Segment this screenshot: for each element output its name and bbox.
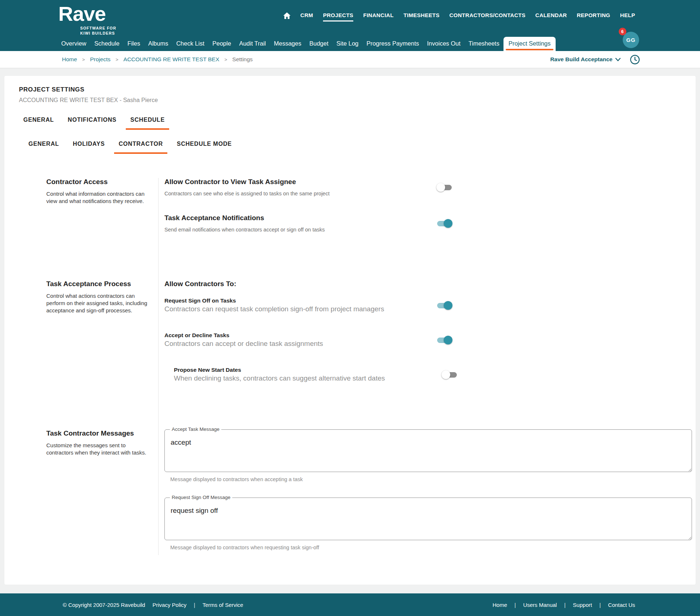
logo-wordmark: Rave [58, 4, 116, 24]
clock-icon[interactable] [630, 55, 640, 65]
subtab-contractor[interactable]: CONTRACTOR [114, 139, 167, 154]
section-title: Task Acceptance Process [46, 280, 150, 288]
page-title: PROJECT SETTINGS [19, 86, 696, 93]
tab-general[interactable]: GENERAL [19, 114, 58, 130]
page-background: PROJECT SETTINGS ACCOUNTING RE WRITE TES… [0, 68, 700, 593]
project-nav-overview[interactable]: Overview [57, 37, 90, 51]
setting-task-acceptance-notifications: Task Acceptance Notifications Send email… [164, 214, 452, 233]
breadcrumb-projects[interactable]: Projects [90, 56, 110, 63]
request-sign-off-message-helper: Message displayed to contractors when re… [170, 545, 696, 550]
section-title: Task Contractor Messages [46, 429, 150, 437]
breadcrumb-separator: > [225, 57, 228, 62]
nav-item-help[interactable]: HELP [620, 12, 635, 22]
subtab-general[interactable]: GENERAL [24, 139, 63, 154]
nav-item-timesheets[interactable]: TIMESHEETS [404, 12, 440, 22]
breadcrumb: Home > Projects > ACCOUNTING RE WRITE TE… [62, 56, 253, 63]
toggle-view-task-assignee[interactable] [436, 183, 452, 192]
tab-notifications[interactable]: NOTIFICATIONS [63, 114, 121, 130]
logo-tagline: SOFTWARE FOR KIWI BUILDERS [80, 26, 116, 36]
section-description: Control what actions contractors can per… [46, 292, 150, 314]
app-header: Rave SOFTWARE FOR KIWI BUILDERS CRM PROJ… [0, 0, 700, 51]
avatar[interactable]: GG 6 [623, 32, 639, 48]
avatar-initials: GG [626, 37, 635, 43]
nav-item-contractors-contacts[interactable]: CONTRACTORS/CONTACTS [450, 12, 526, 22]
footer-users-manual[interactable]: Users Manual [523, 602, 557, 608]
setting-description: When declining tasks, contractors can su… [174, 374, 385, 382]
project-nav-project-settings[interactable]: Project Settings [503, 37, 556, 51]
footer-divider: | [194, 602, 195, 608]
nav-item-financial[interactable]: FINANCIAL [363, 12, 394, 22]
home-icon[interactable] [283, 12, 291, 22]
toggle-accept-decline-tasks[interactable] [436, 336, 452, 344]
section-description: Control what information contractors can… [46, 190, 150, 205]
setting-title: Propose New Start Dates [174, 367, 385, 373]
toggle-task-acceptance-notifications[interactable] [436, 219, 452, 228]
setting-view-task-assignee: Allow Contractor to View Task Assignee C… [164, 178, 452, 196]
toggle-propose-new-start-dates[interactable] [442, 370, 458, 379]
project-nav-files[interactable]: Files [124, 37, 144, 51]
setting-title: Task Acceptance Notifications [164, 214, 325, 222]
nav-item-crm[interactable]: CRM [300, 12, 313, 22]
subtab-holidays[interactable]: HOLIDAYS [69, 139, 109, 154]
request-sign-off-message-field-wrap: Request Sign Off Message request sign of… [164, 498, 692, 542]
subtab-schedule-mode[interactable]: SCHEDULE MODE [172, 139, 236, 154]
section-task-acceptance-process: Task Acceptance Process Control what act… [19, 280, 696, 429]
setting-accept-decline-tasks: Accept or Decline Tasks Contractors can … [164, 332, 452, 348]
breadcrumb-current: Settings [232, 56, 253, 63]
notification-badge: 6 [619, 28, 626, 35]
setting-description: Send email notifications when contractor… [164, 227, 325, 233]
project-nav-schedule[interactable]: Schedule [90, 37, 124, 51]
app-footer: © Copyright 2007-2025 Ravebuild Privacy … [0, 593, 700, 616]
setting-propose-new-start-dates: Propose New Start Dates When declining t… [174, 367, 458, 382]
setting-title: Accept or Decline Tasks [164, 332, 323, 339]
project-nav-invoices-out[interactable]: Invoices Out [423, 37, 464, 51]
project-switcher[interactable]: Rave Build Acceptance [550, 56, 621, 63]
project-nav-albums[interactable]: Albums [144, 37, 172, 51]
section-title: Contractor Access [46, 178, 150, 186]
setting-title: Allow Contractor to View Task Assignee [164, 178, 330, 186]
request-sign-off-message-label: Request Sign Off Message [170, 495, 232, 500]
breadcrumb-home[interactable]: Home [62, 56, 77, 63]
footer-terms-of-service[interactable]: Terms of Service [202, 602, 243, 608]
request-sign-off-message-input[interactable]: request sign off [164, 498, 692, 540]
nav-item-projects[interactable]: PROJECTS [323, 12, 353, 22]
nav-item-reporting[interactable]: REPORTING [577, 12, 610, 22]
breadcrumb-separator: > [116, 57, 118, 62]
accept-task-message-input[interactable]: accept [164, 429, 692, 472]
footer-support[interactable]: Support [573, 602, 592, 608]
chevron-down-icon [615, 58, 621, 61]
project-nav-messages[interactable]: Messages [270, 37, 305, 51]
footer-home[interactable]: Home [493, 602, 507, 608]
main-nav: CRM PROJECTS FINANCIAL TIMESHEETS CONTRA… [283, 12, 635, 22]
footer-privacy-policy[interactable]: Privacy Policy [152, 602, 186, 608]
breadcrumb-project-name[interactable]: ACCOUNTING RE WRITE TEST BEX [124, 56, 219, 63]
project-nav-check-list[interactable]: Check List [172, 37, 208, 51]
section-contractor-access: Contractor Access Control what informati… [19, 178, 696, 280]
breadcrumb-separator: > [82, 57, 85, 62]
setting-description: Contractors can accept or decline task a… [164, 340, 323, 348]
project-nav-progress-payments[interactable]: Progress Payments [362, 37, 423, 51]
copyright-text: © Copyright 2007-2025 Ravebuild [63, 602, 145, 608]
project-nav-budget[interactable]: Budget [305, 37, 332, 51]
setting-description: Contractors can see who else is assigned… [164, 191, 330, 196]
setting-description: Contractors can request task completion … [164, 305, 384, 313]
toggle-request-sign-off[interactable] [436, 301, 452, 310]
setting-request-sign-off: Request Sign Off on Tasks Contractors ca… [164, 297, 452, 313]
project-nav-site-log[interactable]: Site Log [332, 37, 363, 51]
page-subtitle: ACCOUNTING RE WRITE TEST BEX - Sasha Pie… [19, 97, 696, 104]
project-nav-timesheets[interactable]: Timesheets [464, 37, 503, 51]
tab-schedule[interactable]: SCHEDULE [126, 114, 169, 130]
project-nav: Overview Schedule Files Albums Check Lis… [57, 37, 556, 51]
rave-logo[interactable]: Rave SOFTWARE FOR KIWI BUILDERS [58, 4, 116, 36]
footer-divider: | [514, 602, 516, 608]
group-title: Allow Contractors To: [164, 280, 696, 288]
project-nav-people[interactable]: People [208, 37, 235, 51]
settings-card: PROJECT SETTINGS ACCOUNTING RE WRITE TES… [4, 76, 696, 585]
footer-divider: | [599, 602, 601, 608]
settings-tabs: GENERAL NOTIFICATIONS SCHEDULE [19, 114, 696, 130]
schedule-subtabs: GENERAL HOLIDAYS CONTRACTOR SCHEDULE MOD… [24, 139, 696, 154]
project-nav-audit-trail[interactable]: Audit Trail [235, 37, 270, 51]
footer-contact-us[interactable]: Contact Us [608, 602, 635, 608]
nav-item-calendar[interactable]: CALENDAR [535, 12, 567, 22]
project-switcher-label: Rave Build Acceptance [550, 56, 612, 63]
